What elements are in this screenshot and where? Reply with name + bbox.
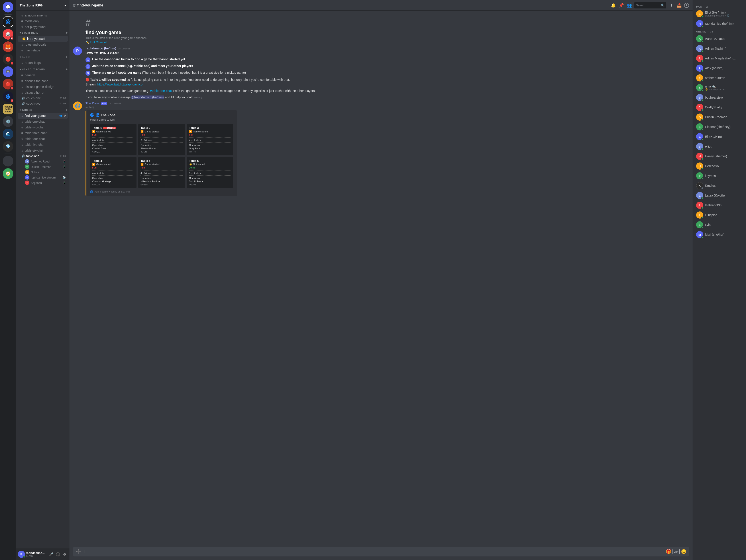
channel-item-discuss-game-design[interactable]: # discuss-game-design <box>18 84 68 90</box>
table-join-link[interactable]: Join! <box>189 166 231 169</box>
voice-user-dustin[interactable]: D Dustin Freeman 📱 <box>18 164 68 169</box>
gift-button[interactable]: 🎁 <box>665 548 672 555</box>
raphdamico-mention[interactable]: @raphdamico (he/him) <box>132 95 164 99</box>
member-item-hailey[interactable]: H Hailey (she/her) <box>694 151 744 161</box>
channel-item-discuss-horror[interactable]: # discuss-horror <box>18 90 68 95</box>
channel-item-table-three-chat[interactable]: # table-three-chat <box>18 130 68 136</box>
channel-item-table-one-voice[interactable]: 🔊 table-one 0506 <box>18 153 68 159</box>
member-item-eli[interactable]: E Eli (He/Him) <box>694 132 744 142</box>
server-icon-2[interactable]: 🎲 15 <box>3 29 13 40</box>
stream-link[interactable]: https://www.twitch.tv/raphdamico <box>97 83 143 86</box>
member-item-alex[interactable]: A Alex (he/him) <box>694 63 744 73</box>
server-icon-zone-rpg[interactable]: 🌀 <box>3 17 13 27</box>
gif-button[interactable]: GIF <box>672 549 680 554</box>
channel-item-table-five-chat[interactable]: # table-five-chat <box>18 142 68 148</box>
member-item-raphdamico[interactable]: R raphdamico (he/him) <box>694 19 744 29</box>
table-one-chat-mention[interactable]: #table-one-chat <box>150 89 172 93</box>
members-list-button[interactable]: 👥 <box>626 2 632 8</box>
add-channel-icon-tables[interactable]: + <box>65 108 68 112</box>
headphone-button[interactable]: 🎧 <box>55 551 61 557</box>
server-icon-4[interactable]: 🔴 1 <box>3 54 13 64</box>
server-icon-3[interactable]: 🦊 <box>3 41 13 52</box>
inbox-button[interactable]: 📥 <box>676 2 682 8</box>
voice-user-aaron[interactable]: A Aaron A. Reed 📱 <box>18 159 68 164</box>
channel-item-bot-playground[interactable]: # bot-playground <box>18 24 68 30</box>
server-header[interactable]: The Zone RPG ▾ <box>16 0 69 11</box>
server-icon-11[interactable]: 💎 <box>3 141 13 152</box>
channel-item-couch-two[interactable]: 🔊 couch-two 0008 <box>18 101 68 106</box>
notification-bell-button[interactable]: 🔔 <box>610 2 616 8</box>
server-icon-home[interactable]: 💬 <box>3 2 13 12</box>
server-icon-7[interactable]: 🌀 4 <box>3 91 13 102</box>
server-icon-5[interactable]: 🎮 <box>3 66 13 77</box>
member-item-khymes[interactable]: k khymes <box>694 171 744 181</box>
table-divider-6 <box>189 170 231 171</box>
member-item-krudius[interactable]: K Krudius <box>694 181 744 190</box>
server-icon-tabletop[interactable]: Tabletop Call In Show <box>3 104 13 114</box>
member-item-leebrandt[interactable]: l leebrandt33 <box>694 200 744 210</box>
microphone-button[interactable]: 🎤 <box>48 551 54 557</box>
server-icon-6[interactable]: 🔴 1 <box>3 79 13 89</box>
member-item-mari[interactable]: M Mari (she/her) <box>694 230 744 239</box>
user-status-dot <box>23 556 25 558</box>
channel-item-intro-yourself[interactable]: 👋 intro-yourself <box>18 36 68 41</box>
channel-item-couch-one[interactable]: 🔊 couch-one 0008 <box>18 95 68 101</box>
member-item-lyla[interactable]: L Lyla <box>694 220 744 230</box>
message-title-1: HOW TO JOIN A GAME <box>86 52 120 55</box>
channel-item-rules-and-goals[interactable]: # rules-and-goals <box>18 41 68 48</box>
search-input[interactable] <box>636 4 660 7</box>
add-attachment-button[interactable]: ➕ <box>75 548 82 555</box>
voice-user-nukes[interactable]: N Nukes <box>18 169 68 175</box>
member-item-aaron[interactable]: A Aaron A. Reed <box>694 34 744 43</box>
channel-item-table-one-chat[interactable]: # table-one-chat <box>18 119 68 124</box>
channel-item-table-two-chat[interactable]: # table-two-chat <box>18 124 68 130</box>
add-server-button[interactable]: + <box>3 156 13 167</box>
manage-members-icon[interactable]: 👥 <box>59 114 63 117</box>
member-item-ania[interactable]: a ania 🐀 🌻 Watch your rat! <box>694 83 744 93</box>
member-item-craftyshafty[interactable]: C CraftyShafty <box>694 102 744 112</box>
voice-icon-user: 📱 <box>63 160 66 163</box>
server-icon-10[interactable]: 🌊 <box>3 129 13 139</box>
download-button[interactable]: ⬇ <box>668 2 674 8</box>
member-item-luluspice[interactable]: l luluspice <box>694 210 744 220</box>
add-channel-icon[interactable]: + <box>65 31 68 35</box>
member-item-amber[interactable]: a amber autumn <box>694 73 744 83</box>
edit-channel-link[interactable]: ✏️ Edit Channel <box>86 40 107 44</box>
server-icon-explore[interactable]: 🧭 <box>3 168 13 179</box>
user-bar: R raphdamico... #4746 🎤 🎧 ⚙ <box>16 549 69 560</box>
add-channel-icon-hangout[interactable]: + <box>65 67 68 71</box>
add-channel-icon-bugs[interactable]: + <box>65 55 68 59</box>
member-item-elliot[interactable]: e elliot <box>694 142 744 151</box>
member-item-hereticsoul[interactable]: H HereticSoul <box>694 161 744 171</box>
settings-icon[interactable]: ⚙ <box>63 114 66 117</box>
emoji-button[interactable]: 😊 <box>680 548 687 555</box>
pin-button[interactable]: 📌 <box>618 2 624 8</box>
section-header-hangout-zones[interactable]: ▾ HANGOUT ZONES + <box>16 66 69 72</box>
section-header-bugs[interactable]: ▾ BUGS! + <box>16 54 69 60</box>
member-item-dustin-f[interactable]: D Dustin Freeman <box>694 112 744 122</box>
search-box[interactable]: 🔍 <box>634 2 666 8</box>
member-item-adrian-marple[interactable]: A Adrian Marple (he/hi... <box>694 53 744 63</box>
section-header-tables[interactable]: ▾ TABLES + <box>16 107 69 113</box>
member-item-adrian-he[interactable]: A Adrian (he/him) <box>694 43 744 53</box>
channel-item-mods-only[interactable]: # mods-only <box>18 18 68 24</box>
member-item-bugbearstew[interactable]: b bugbearstew <box>694 93 744 102</box>
voice-user-raphdamico-stream[interactable]: R raphdamico-stream 📡 <box>18 175 68 180</box>
member-item-laura[interactable]: L Laura (Koloth) <box>694 190 744 200</box>
voice-user-sajidsan[interactable]: S Sajidsan 📱 <box>18 180 68 185</box>
channel-item-find-your-game[interactable]: # find-your-game 👥 ⚙ <box>18 113 68 119</box>
help-button[interactable]: ? <box>684 3 689 8</box>
section-header-start-here[interactable]: ▾ START HERE + <box>16 30 69 36</box>
server-icon-9[interactable]: ⚙️ <box>3 116 13 127</box>
member-item-eleanor[interactable]: E Eleanor (she/they) <box>694 122 744 132</box>
channel-item-table-four-chat[interactable]: # table-four-chat <box>18 136 68 142</box>
channel-item-discuss-the-zone[interactable]: # discuss-the-zone <box>18 78 68 84</box>
member-item-eliot[interactable]: E Eliot (He / him) Listening to Spotify … <box>694 9 744 19</box>
settings-button[interactable]: ⚙ <box>61 551 68 557</box>
channel-item-report-bugs[interactable]: # report-bugs <box>18 60 68 66</box>
channel-item-main-stage[interactable]: # main-stage <box>18 48 68 53</box>
message-input[interactable] <box>82 548 665 555</box>
channel-item-announcements[interactable]: # announcements <box>18 12 68 18</box>
channel-item-general[interactable]: # general <box>18 72 68 78</box>
channel-item-table-six-chat[interactable]: # table-six-chat <box>18 148 68 153</box>
